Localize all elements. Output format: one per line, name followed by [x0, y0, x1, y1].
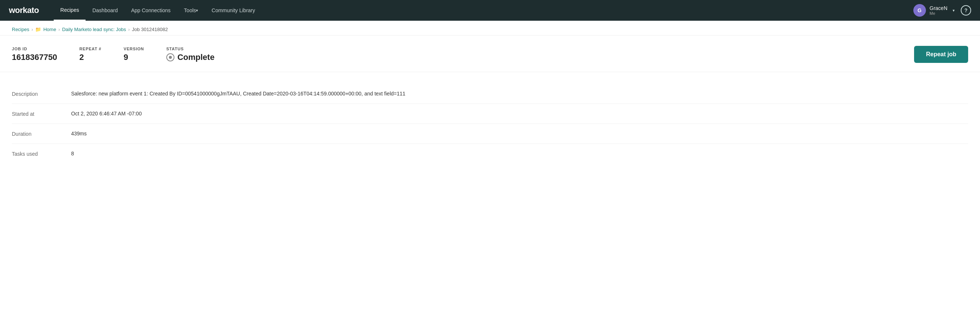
- status-text: Complete: [177, 52, 215, 62]
- tasks-used-value: 8: [71, 150, 968, 157]
- status-circle-icon: [166, 53, 175, 62]
- breadcrumb: Recipes › 📁 Home › Daily Marketo lead sy…: [0, 21, 980, 35]
- job-details: Description Salesforce: new platform eve…: [0, 72, 980, 176]
- started-at-label: Started at: [12, 111, 71, 117]
- nav-links: Recipes Dashboard App Connections Tools …: [54, 0, 902, 21]
- duration-label: Duration: [12, 131, 71, 137]
- status-field: STATUS Complete: [166, 47, 215, 62]
- description-value: Salesforce: new platform event 1: Create…: [71, 91, 968, 96]
- repeat-value: 2: [79, 52, 101, 62]
- job-header: JOB ID 1618367750 REPEAT # 2 VERSION 9 S…: [0, 35, 980, 72]
- help-button[interactable]: ?: [961, 5, 971, 16]
- user-menu[interactable]: G GraceN Me ▾: [913, 4, 955, 17]
- nav-dashboard[interactable]: Dashboard: [86, 0, 124, 21]
- breadcrumb-job: Job 3012418082: [132, 27, 168, 32]
- breadcrumb-recipes[interactable]: Recipes: [12, 27, 29, 32]
- detail-row-started-at: Started at Oct 2, 2020 6:46:47 AM -07:00: [12, 104, 968, 124]
- status-label: STATUS: [166, 47, 215, 51]
- user-dropdown-arrow-icon: ▾: [953, 8, 955, 13]
- status-circle-inner: [169, 56, 172, 59]
- description-label: Description: [12, 91, 71, 97]
- status-value: Complete: [166, 52, 215, 62]
- repeat-job-button[interactable]: Repeat job: [914, 46, 968, 63]
- user-avatar: G: [913, 4, 926, 17]
- job-id-value: 1618367750: [12, 52, 57, 62]
- repeat-label: REPEAT #: [79, 47, 101, 51]
- started-at-value: Oct 2, 2020 6:46:47 AM -07:00: [71, 111, 968, 117]
- user-sub: Me: [930, 11, 947, 16]
- user-name: GraceN: [930, 5, 947, 11]
- nav-community-library[interactable]: Community Library: [205, 0, 261, 21]
- nav-app-connections[interactable]: App Connections: [124, 0, 177, 21]
- nav-recipes[interactable]: Recipes: [54, 0, 86, 21]
- detail-row-description: Description Salesforce: new platform eve…: [12, 84, 968, 104]
- nav-tools[interactable]: Tools: [177, 0, 205, 21]
- top-navigation: workato Recipes Dashboard App Connection…: [0, 0, 980, 21]
- breadcrumb-recipe[interactable]: Daily Marketo lead sync: Jobs: [62, 27, 126, 32]
- nav-user-section: G GraceN Me ▾ ?: [913, 4, 971, 17]
- version-label: VERSION: [124, 47, 144, 51]
- job-id-label: JOB ID: [12, 47, 57, 51]
- version-field: VERSION 9: [124, 47, 144, 62]
- breadcrumb-sep-2: ›: [59, 27, 60, 32]
- repeat-field: REPEAT # 2: [79, 47, 101, 62]
- workato-logo[interactable]: workato: [9, 6, 39, 15]
- version-value: 9: [124, 52, 144, 62]
- breadcrumb-sep-3: ›: [128, 27, 130, 32]
- detail-row-duration: Duration 439ms: [12, 124, 968, 144]
- job-meta-group: JOB ID 1618367750 REPEAT # 2 VERSION 9 S…: [12, 47, 914, 62]
- detail-row-tasks-used: Tasks used 8: [12, 144, 968, 163]
- folder-icon: 📁: [35, 27, 41, 32]
- tasks-used-label: Tasks used: [12, 150, 71, 157]
- breadcrumb-home[interactable]: Home: [43, 27, 56, 32]
- breadcrumb-sep-1: ›: [32, 27, 33, 32]
- duration-value: 439ms: [71, 131, 968, 136]
- job-id-field: JOB ID 1618367750: [12, 47, 57, 62]
